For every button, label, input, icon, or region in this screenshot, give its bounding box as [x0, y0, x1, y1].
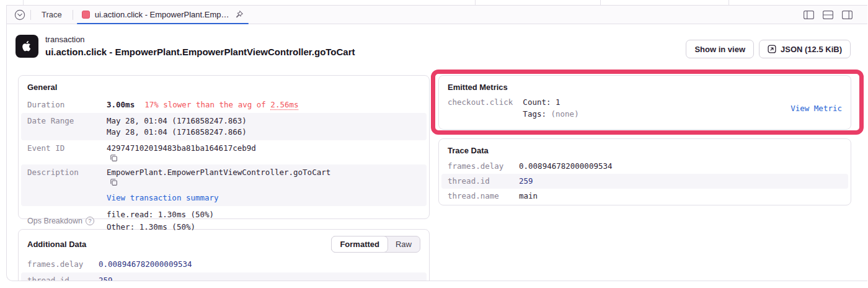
row-value: 0.008946782000009534	[519, 161, 613, 172]
format-toggle-formatted[interactable]: Formatted	[331, 236, 388, 253]
metric-count: Count: 1	[523, 96, 578, 108]
event-id-value: 429747102019483ba81ba164617ceb9d	[107, 143, 256, 153]
metric-tags: Tags: (none)	[523, 108, 578, 120]
row-date-range: Date Range May 28, 01:04 (1716858247.863…	[21, 113, 427, 140]
row-key: thread.id	[27, 275, 99, 281]
tab-transaction-label: ui.action.click - EmpowerPlant.Emp…	[95, 10, 229, 19]
date-range-start: May 28, 01:04 (1716858247.863)	[107, 115, 247, 127]
row-key: Description	[27, 167, 107, 204]
top-divider	[475, 0, 476, 5]
chevron-down-circle-icon	[14, 9, 25, 20]
row-frames-delay: frames.delay 0.008946782000009534	[441, 159, 848, 174]
page-title: ui.action.click - EmpowerPlant.EmpowerPl…	[45, 46, 355, 58]
copy-icon[interactable]	[110, 154, 118, 162]
row-key: thread.name	[448, 191, 519, 202]
event-type-label: transaction	[45, 35, 355, 45]
row-key: Event ID	[27, 143, 107, 162]
event-header: transaction ui.action.click - EmpowerPla…	[16, 35, 355, 58]
row-key: Ops Breakdown?	[27, 209, 107, 233]
show-in-view-label: Show in view	[694, 45, 745, 54]
general-title: General	[19, 76, 429, 97]
row-key: frames.delay	[448, 161, 519, 172]
row-description: Description EmpowerPlant.EmpowerPlantVie…	[21, 164, 427, 206]
row-duration: Duration 3.00ms17% slower than the avg o…	[21, 97, 427, 113]
ops-breakdown-file-read: file.read: 1.30ms (50%)	[107, 209, 214, 221]
external-link-icon	[768, 45, 776, 53]
show-in-view-button[interactable]: Show in view	[686, 40, 754, 58]
collapse-drawer-button[interactable]	[11, 8, 29, 22]
emitted-metrics-title: Emitted Metrics	[439, 76, 851, 95]
trace-data-title: Trace Data	[439, 139, 851, 159]
dock-right-icon[interactable]	[842, 11, 852, 19]
avg-duration-value[interactable]: 2.56ms	[270, 100, 298, 109]
row-thread-id: thread.id 259	[441, 174, 848, 189]
json-button-label: JSON (12.5 KiB)	[781, 45, 842, 54]
date-range-end: May 28, 01:04 (1716858247.866)	[107, 127, 247, 138]
row-thread-id: thread.id 259	[21, 272, 427, 281]
view-transaction-summary-link[interactable]: View transaction summary	[107, 193, 219, 202]
duration-value: 3.00ms	[107, 100, 135, 109]
duration-comparison: 17% slower than the avg of 2.56ms	[144, 100, 298, 109]
row-value: main	[519, 191, 538, 202]
top-divider	[23, 0, 24, 5]
row-value: 259	[519, 176, 533, 187]
copy-icon[interactable]	[110, 178, 118, 186]
ops-breakdown-other: Other: 1.30ms (50%)	[107, 221, 214, 233]
row-frames-delay: frames.delay 0.008946782000009534	[21, 256, 427, 272]
row-value: 259	[99, 275, 113, 281]
row-thread-name: thread.name main	[441, 189, 848, 204]
tab-trace-label: Trace	[42, 10, 62, 19]
format-toggle-raw[interactable]: Raw	[388, 236, 420, 252]
tab-divider	[73, 10, 73, 20]
trace-data-card: Trace Data frames.delay 0.00894678200000…	[438, 138, 851, 205]
header-actions: Show in view JSON (12.5 KiB)	[686, 40, 851, 58]
row-event-id: Event ID 429747102019483ba81ba164617ceb9…	[21, 140, 427, 164]
general-card: General Duration 3.00ms17% slower than t…	[18, 75, 430, 219]
row-key: Date Range	[27, 115, 107, 138]
drawer-tab-bar: Trace ui.action.click - EmpowerPlant.Emp…	[7, 6, 867, 24]
row-key: frames.delay	[27, 259, 99, 270]
row-key: thread.id	[448, 176, 519, 187]
emitted-metrics-card: Emitted Metrics checkout.click Count: 1 …	[438, 75, 851, 130]
top-divider	[600, 0, 601, 5]
metric-name: checkout.click	[448, 96, 513, 120]
top-divider	[728, 0, 729, 5]
background-page-strip	[0, 0, 868, 5]
apple-platform-icon	[16, 35, 38, 58]
format-toggle: Formatted Raw	[331, 236, 420, 253]
tab-trace[interactable]: Trace	[32, 6, 71, 24]
trace-drawer: Trace ui.action.click - EmpowerPlant.Emp…	[6, 5, 867, 281]
pin-icon[interactable]	[234, 10, 244, 19]
transaction-type-swatch	[82, 11, 90, 19]
row-key: Duration	[27, 99, 107, 110]
additional-data-card: Additional Data Formatted Raw frames.del…	[18, 229, 430, 281]
json-download-button[interactable]: JSON (12.5 KiB)	[759, 40, 851, 58]
active-tab-underline	[77, 23, 249, 24]
drawer-layout-controls	[804, 11, 852, 19]
row-value: 0.008946782000009534	[99, 259, 192, 270]
help-icon[interactable]: ?	[86, 217, 94, 225]
tab-transaction-active[interactable]: ui.action.click - EmpowerPlant.Emp…	[74, 6, 250, 24]
view-metric-link[interactable]: View Metric	[790, 102, 842, 114]
dock-left-icon[interactable]	[804, 11, 814, 19]
additional-data-title: Additional Data	[27, 240, 86, 249]
dock-bottom-icon[interactable]	[823, 11, 833, 19]
description-value: EmpowerPlant.EmpowerPlantViewController.…	[107, 168, 330, 177]
tab-divider	[30, 10, 31, 20]
